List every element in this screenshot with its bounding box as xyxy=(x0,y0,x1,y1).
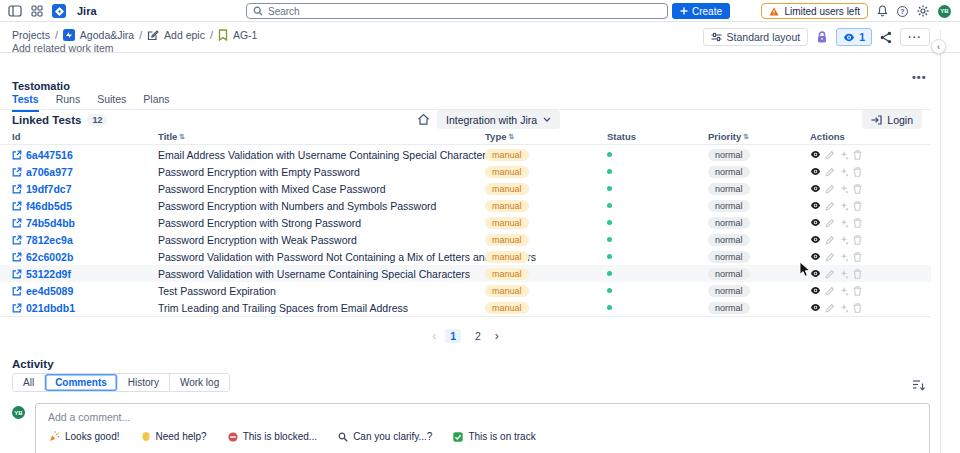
table-row[interactable]: 6a447516 Email Address Validation with U… xyxy=(0,146,931,163)
magic-wand-icon[interactable] xyxy=(839,286,849,296)
test-id-link[interactable]: a706a977 xyxy=(26,166,73,178)
edit-pencil-icon[interactable] xyxy=(825,286,835,296)
view-eye-icon[interactable] xyxy=(810,218,821,227)
delete-trash-icon[interactable] xyxy=(853,235,862,245)
test-id-link[interactable]: ee4d5089 xyxy=(26,285,73,297)
table-row[interactable]: a706a977 Password Encryption with Empty … xyxy=(0,163,931,180)
view-eye-icon[interactable] xyxy=(810,303,821,312)
magic-wand-icon[interactable] xyxy=(839,269,849,279)
quick-reply-clarify[interactable]: Can you clarify...? xyxy=(338,431,432,442)
breadcrumb-project[interactable]: Agoda&Jira xyxy=(80,29,134,41)
external-link-icon[interactable] xyxy=(12,286,22,296)
test-id-link[interactable]: 6a447516 xyxy=(26,149,73,161)
integration-dropdown[interactable]: Integration with Jira xyxy=(437,110,560,129)
delete-trash-icon[interactable] xyxy=(853,269,862,279)
magic-wand-icon[interactable] xyxy=(839,218,849,228)
table-row[interactable]: 74b5d4bb Password Encryption with Strong… xyxy=(0,214,931,231)
delete-trash-icon[interactable] xyxy=(853,218,862,228)
external-link-icon[interactable] xyxy=(12,218,22,228)
user-avatar[interactable]: YB xyxy=(938,5,951,18)
table-row[interactable]: f46db5d5 Password Encryption with Number… xyxy=(0,197,931,214)
add-related-work-item[interactable]: Add related work item xyxy=(12,42,114,54)
standard-layout-button[interactable]: Standard layout xyxy=(703,28,809,46)
view-eye-icon[interactable] xyxy=(810,201,821,210)
table-row[interactable]: 19df7dc7 Password Encryption with Mixed … xyxy=(0,180,931,197)
view-eye-icon[interactable] xyxy=(810,235,821,244)
edit-pencil-icon[interactable] xyxy=(825,252,835,262)
activity-tab-history[interactable]: History xyxy=(118,374,170,391)
test-id-link[interactable]: 021dbdb1 xyxy=(26,302,75,314)
collapse-panel-button[interactable]: ‹ xyxy=(931,39,946,54)
create-button[interactable]: Create xyxy=(672,3,730,19)
sidebar-toggle-icon[interactable] xyxy=(8,5,22,17)
breadcrumb-projects[interactable]: Projects xyxy=(12,29,50,41)
help-icon[interactable]: ? xyxy=(897,6,908,17)
column-priority[interactable]: Priority⇅ xyxy=(708,131,749,142)
next-page-icon[interactable]: › xyxy=(495,329,499,343)
lock-icon[interactable] xyxy=(816,31,828,44)
edit-pencil-icon[interactable] xyxy=(825,235,835,245)
view-eye-icon[interactable] xyxy=(810,167,821,176)
prev-page-icon[interactable]: ‹ xyxy=(432,329,436,343)
delete-trash-icon[interactable] xyxy=(853,201,862,211)
magic-wand-icon[interactable] xyxy=(839,167,849,177)
edit-pencil-icon[interactable] xyxy=(825,218,835,228)
home-icon[interactable] xyxy=(417,113,430,126)
delete-trash-icon[interactable] xyxy=(853,303,862,313)
view-eye-icon[interactable] xyxy=(810,150,821,159)
page-2-button[interactable]: 2 xyxy=(470,329,486,343)
view-eye-icon[interactable] xyxy=(810,286,821,295)
quick-reply-looks-good[interactable]: Looks good! xyxy=(49,431,120,442)
table-row[interactable]: 53122d9f Password Validation with Userna… xyxy=(0,265,931,282)
external-link-icon[interactable] xyxy=(12,167,22,177)
edit-pencil-icon[interactable] xyxy=(825,184,835,194)
edit-pencil-icon[interactable] xyxy=(825,167,835,177)
delete-trash-icon[interactable] xyxy=(853,286,862,296)
column-status[interactable]: Status xyxy=(607,131,636,142)
table-row[interactable]: 62c6002b Password Validation with Passwo… xyxy=(0,248,931,265)
page-1-button[interactable]: 1 xyxy=(445,329,461,343)
watchers-button[interactable]: 1 xyxy=(836,28,872,46)
table-row[interactable]: 021dbdb1 Trim Leading and Trailing Space… xyxy=(0,299,931,316)
jira-logo-icon[interactable] xyxy=(52,4,66,18)
magic-wand-icon[interactable] xyxy=(839,201,849,211)
quick-reply-blocked[interactable]: This is blocked... xyxy=(228,431,317,442)
comment-box[interactable]: Add a comment... Looks good! Need help? … xyxy=(35,403,930,453)
delete-trash-icon[interactable] xyxy=(853,184,862,194)
external-link-icon[interactable] xyxy=(12,252,22,262)
test-id-link[interactable]: 62c6002b xyxy=(26,251,73,263)
magic-wand-icon[interactable] xyxy=(839,235,849,245)
table-row[interactable]: 7812ec9a Password Encryption with Weak P… xyxy=(0,231,931,248)
view-eye-icon[interactable] xyxy=(810,269,821,278)
test-id-link[interactable]: 19df7dc7 xyxy=(26,183,72,195)
magic-wand-icon[interactable] xyxy=(839,184,849,194)
breadcrumb-add-epic[interactable]: Add epic xyxy=(164,29,205,41)
activity-tab-comments[interactable]: Comments xyxy=(45,374,118,391)
external-link-icon[interactable] xyxy=(12,150,22,160)
app-switcher-icon[interactable] xyxy=(31,5,43,17)
share-icon[interactable] xyxy=(880,31,892,44)
edit-pencil-icon[interactable] xyxy=(825,201,835,211)
column-title[interactable]: Title⇅ xyxy=(158,131,185,142)
newest-first-sort-icon[interactable] xyxy=(912,377,926,395)
table-row[interactable]: ee4d5089 Test Password Expiration manual… xyxy=(0,282,931,299)
more-actions-button[interactable]: ··· xyxy=(900,28,930,46)
quick-reply-on-track[interactable]: This is on track xyxy=(453,431,535,442)
edit-pencil-icon[interactable] xyxy=(825,303,835,313)
limited-users-button[interactable]: Limited users left xyxy=(761,3,868,19)
external-link-icon[interactable] xyxy=(12,184,22,194)
external-link-icon[interactable] xyxy=(12,303,22,313)
activity-tab-all[interactable]: All xyxy=(13,374,45,391)
login-button[interactable]: Login xyxy=(862,110,922,129)
view-eye-icon[interactable] xyxy=(810,252,821,261)
breadcrumb-issue-key[interactable]: AG-1 xyxy=(233,29,258,41)
magic-wand-icon[interactable] xyxy=(839,252,849,262)
test-id-link[interactable]: 53122d9f xyxy=(26,268,71,280)
delete-trash-icon[interactable] xyxy=(853,252,862,262)
external-link-icon[interactable] xyxy=(12,201,22,211)
magic-wand-icon[interactable] xyxy=(839,303,849,313)
column-type[interactable]: Type⇅ xyxy=(485,131,514,142)
test-id-link[interactable]: 74b5d4bb xyxy=(26,217,75,229)
delete-trash-icon[interactable] xyxy=(853,167,862,177)
search-input[interactable]: Search xyxy=(246,3,668,19)
